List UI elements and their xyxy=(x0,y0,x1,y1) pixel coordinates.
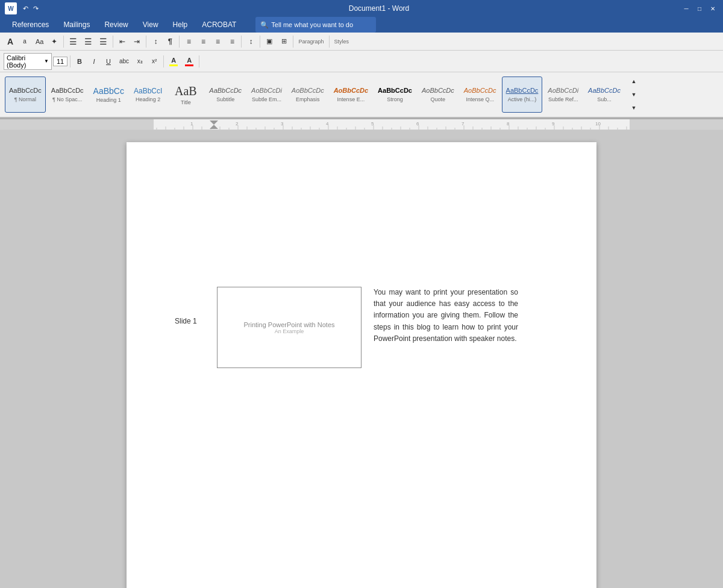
align-center-button[interactable]: ≡ xyxy=(196,35,210,48)
style-strong[interactable]: AaBbCcDc Strong xyxy=(374,77,416,113)
superscript-button[interactable]: x² xyxy=(148,55,161,68)
gallery-up-button[interactable]: ▲ xyxy=(627,75,640,88)
undo-button[interactable]: ↶ xyxy=(22,5,30,13)
slide-label: Slide 1 xyxy=(175,287,205,368)
tab-help[interactable]: Help xyxy=(166,17,195,33)
ribbon-content: A a Aa ✦ ☰ ☰ ☰ ⇤ ⇥ ↕ ¶ ≡ ≡ ≡ ≡ ↕ ▣ ⊞ Par… xyxy=(0,33,723,119)
increase-indent-button[interactable]: ⇥ xyxy=(130,35,143,48)
style-normal[interactable]: AaBbCcDc ¶ Normal xyxy=(5,77,46,113)
line-spacing-button[interactable]: ↕ xyxy=(244,35,257,48)
style-active[interactable]: AaBbCcDc Active (hi...) xyxy=(502,77,543,113)
restore-button[interactable]: □ xyxy=(694,3,705,14)
ruler: 1 2 3 4 5 6 7 8 9 10 xyxy=(0,119,723,130)
font-grow-button[interactable]: A xyxy=(4,35,17,48)
sep8 xyxy=(329,36,330,48)
style-intense-e[interactable]: AoBbCcDc Intense E... xyxy=(330,77,372,113)
style-title-preview: AaB xyxy=(175,84,197,98)
font-name-dropdown-icon[interactable]: ▼ xyxy=(44,58,49,64)
style-emphasis-preview: AoBbCcDc xyxy=(292,87,324,95)
style-intense-q-name: Intense Q... xyxy=(466,96,494,102)
slide-thumb-title: Printing PowerPoint with Notes xyxy=(243,321,334,328)
style-heading1[interactable]: AaBbCc Heading 1 xyxy=(89,77,128,113)
font-shrink-button[interactable]: a xyxy=(18,35,31,48)
tab-references[interactable]: References xyxy=(5,17,56,33)
italic-button[interactable]: I xyxy=(87,55,101,68)
title-bar-title: Document1 - Word xyxy=(77,4,681,13)
style-subtle-ref-preview: AoBbCcDi xyxy=(548,87,578,95)
style-intense-e-name: Intense E... xyxy=(337,96,365,102)
svg-text:9: 9 xyxy=(552,121,555,127)
sep2 xyxy=(113,36,113,48)
decrease-indent-button[interactable]: ⇤ xyxy=(116,35,129,48)
redo-button[interactable]: ↷ xyxy=(32,5,40,13)
gallery-down-button[interactable]: ▼ xyxy=(627,88,640,101)
style-quote-name: Quote xyxy=(431,96,446,102)
show-marks-button[interactable]: ¶ xyxy=(163,35,177,48)
underline-button[interactable]: U xyxy=(102,55,115,68)
style-book-title[interactable]: AaBbCcDc Sub... xyxy=(584,77,625,113)
sep11 xyxy=(199,55,199,67)
style-nospace-name: ¶ No Spac... xyxy=(52,96,82,102)
style-subtle-ref[interactable]: AoBbCcDi Subtle Ref... xyxy=(543,77,583,113)
sep5 xyxy=(241,36,242,48)
sort-button[interactable]: ↕ xyxy=(149,35,162,48)
svg-text:3: 3 xyxy=(281,121,284,127)
style-h2-name: Heading 2 xyxy=(136,96,160,102)
word-icon: W xyxy=(5,2,17,14)
svg-text:1: 1 xyxy=(190,121,193,127)
font-color-button[interactable]: A xyxy=(182,55,196,68)
multilevel-list-button[interactable]: ☰ xyxy=(96,35,110,48)
bold-button[interactable]: B xyxy=(73,55,86,68)
title-bar: W ↶ ↷ Document1 - Word ─ □ ✕ xyxy=(0,0,723,17)
align-right-button[interactable]: ≡ xyxy=(211,35,224,48)
style-h1-name: Heading 1 xyxy=(96,97,121,103)
style-subtle-ref-name: Subtle Ref... xyxy=(548,96,578,102)
numbered-list-button[interactable]: ☰ xyxy=(81,35,95,48)
justify-button[interactable]: ≡ xyxy=(225,35,239,48)
gallery-more-button[interactable]: ▼ xyxy=(627,101,640,114)
style-strong-name: Strong xyxy=(387,96,403,102)
style-heading2[interactable]: AaBbCcI Heading 2 xyxy=(130,77,166,113)
sep4 xyxy=(179,36,180,48)
style-quote-preview: AoBbCcDc xyxy=(422,87,454,95)
sep3 xyxy=(146,36,146,48)
style-intense-q[interactable]: AoBbCcDc Intense Q... xyxy=(460,77,501,113)
subscript-button[interactable]: x₂ xyxy=(133,55,146,68)
style-subtitle-preview: AaBbCcDc xyxy=(209,87,242,95)
style-subtle-em[interactable]: AoBbCcDi Subtle Em... xyxy=(247,77,286,113)
sep1 xyxy=(63,36,64,48)
style-title[interactable]: AaB Title xyxy=(167,77,204,113)
tab-acrobat[interactable]: ACROBAT xyxy=(195,17,243,33)
minimize-button[interactable]: ─ xyxy=(681,3,692,14)
style-intense-q-preview: AoBbCcDc xyxy=(464,87,496,95)
style-emphasis[interactable]: AoBbCcDc Emphasis xyxy=(287,77,328,113)
style-subtitle[interactable]: AaBbCcDc Subtitle xyxy=(205,77,246,113)
style-subtle-em-name: Subtle Em... xyxy=(252,96,281,102)
font-name-input[interactable]: Calibri (Body) ▼ xyxy=(4,53,52,70)
change-case-button[interactable]: Aa xyxy=(33,35,46,48)
style-no-space[interactable]: AaBbCcDc ¶ No Spac... xyxy=(47,77,88,113)
highlight-button[interactable]: A xyxy=(166,55,181,68)
font-size-input[interactable]: 11 xyxy=(53,57,67,66)
style-active-name: Active (hi...) xyxy=(508,96,537,102)
svg-text:4: 4 xyxy=(326,121,329,127)
svg-text:5: 5 xyxy=(371,121,374,127)
tab-review[interactable]: Review xyxy=(97,17,135,33)
slide-notes: You may want to print your presentation … xyxy=(374,287,518,368)
strikethrough-button[interactable]: abc xyxy=(116,55,132,68)
svg-text:6: 6 xyxy=(416,121,419,127)
slide-section: Slide 1 Printing PowerPoint with Notes A… xyxy=(175,287,572,368)
style-quote[interactable]: AoBbCcDc Quote xyxy=(418,77,459,113)
tab-view[interactable]: View xyxy=(136,17,166,33)
close-button[interactable]: ✕ xyxy=(707,3,718,14)
clear-format-button[interactable]: ✦ xyxy=(48,35,61,48)
styles-label: Styles xyxy=(332,39,352,45)
style-intense-e-preview: AoBbCcDc xyxy=(334,87,368,95)
tab-mailings[interactable]: Mailings xyxy=(56,17,97,33)
align-left-button[interactable]: ≡ xyxy=(182,35,195,48)
page: Slide 1 Printing PowerPoint with Notes A… xyxy=(127,142,596,588)
bullet-list-button[interactable]: ☰ xyxy=(66,35,80,48)
border-button[interactable]: ⊞ xyxy=(277,35,290,48)
search-bar[interactable]: 🔍 Tell me what you want to do xyxy=(255,17,376,33)
shading-button[interactable]: ▣ xyxy=(263,35,276,48)
